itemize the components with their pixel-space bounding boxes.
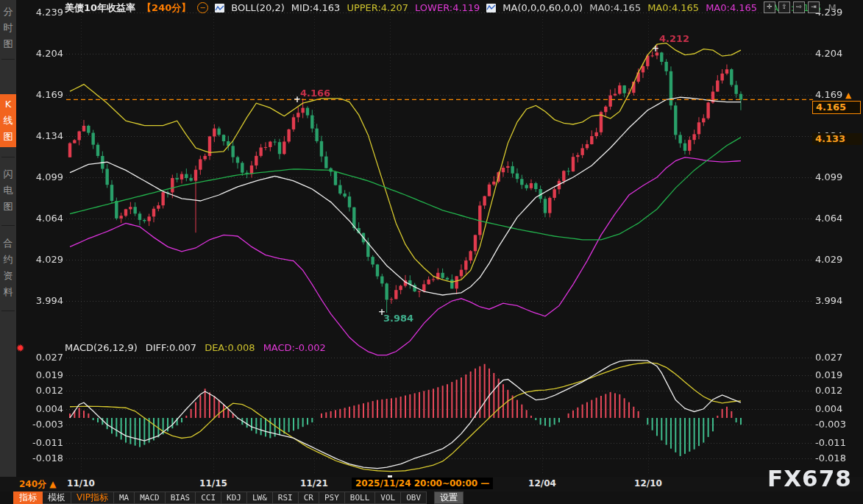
main-y-label-left: 4.064 [25,213,63,224]
watermark: FX678 [767,465,852,491]
indicator-toolbar: 指标模板VIP指标MAMACDBIASCCIKDJLW&RSICRPSYBOLL… [13,491,464,504]
macd-y-label-left: -0.003 [25,419,63,430]
window-controls: ✛⇧⇨⇥ [764,1,820,13]
x-axis-date: 11/15 [199,478,227,489]
toolbar-button-CR[interactable]: CR [299,491,319,504]
macd-y-label-right: 0.012 [815,385,853,396]
macd-y-label-left: 0.004 [25,403,63,414]
macd-y-label-right: -0.018 [815,452,853,464]
crosshair-marker-icon: + [378,308,386,316]
macd-y-label-right: -0.011 [815,437,853,448]
macd-macd-value: MACD:-0.002 [263,342,326,353]
period-selector[interactable]: 240分 ▲ [19,478,56,491]
sidebar-divider [1,225,15,226]
macd-dea-value: DEA:0.008 [205,342,255,353]
boll-mid-value: MID:4.163 [291,2,341,13]
toolbar-button-BOLL[interactable]: BOLL [345,491,376,504]
toolbar-button-LW&[interactable]: LW& [247,491,273,504]
x-axis-row: 240分 ▲ 2025/11/24 20:00~00:00 — 11/1011/… [0,477,863,491]
toolbar-button-CCI[interactable]: CCI [196,491,221,504]
pan-icon[interactable]: ✛ [764,1,775,13]
indicator-header: 美债10年收益率 【240分】 − BOLL(20,2) MID:4.163 U… [65,1,837,14]
sidebar-tab-3[interactable]: 合约资料 [0,235,16,300]
macd-y-label-left: 0.012 [25,385,63,396]
toolbar-button-BIAS[interactable]: BIAS [166,491,196,504]
ma0-yellow-value: MA0:4.165 [647,2,699,13]
instrument-title: 美债10年收益率 [65,1,135,15]
crosshair-marker-icon: + [294,96,301,103]
toolbar-button-OBV[interactable]: OBV [401,491,427,504]
ma60-price-badge: 4.133 [812,133,862,145]
trading-app-window: 分时图K线图闪电图合约资料 美债10年收益率 【240分】 − BOLL(20,… [0,0,863,504]
toolbar-button-RSI[interactable]: RSI [273,491,299,504]
period-label: 【240分】 [142,1,191,15]
sidebar-tab-1[interactable]: K线图 [0,94,16,147]
sidebar: 分时图K线图闪电图合约资料 [0,0,16,477]
macd-y-label-left: -0.011 [25,437,63,448]
macd-header: MACD(26,12,9) DIFF:0.007 DEA:0.008 MACD:… [65,342,326,353]
sidebar-tab-0[interactable]: 分时图 [0,4,16,52]
toolbar-button-MACD[interactable]: MACD [135,491,166,504]
toolbar-button-指标[interactable]: 指标 [13,491,43,504]
macd-y-label-right: 0.019 [815,369,853,380]
ma0-white-value: MA0:4.165 [589,2,641,13]
price-up-arrow-icon: ▲ [845,90,851,100]
x-axis-date: 12/04 [528,478,556,489]
macd-y-label-right: -0.003 [815,419,853,430]
sidebar-divider [1,310,15,311]
main-y-label-left: 4.169 [25,89,63,100]
ma0-magenta-value: MA0:4.165 [706,2,757,13]
toolbar-button-设置[interactable]: 设置 [434,491,464,504]
ma-label: MA(0,0,0,60,0,0) [502,2,583,13]
macd-diff-value: DIFF:0.007 [146,342,196,353]
low-annotation: 3.984 [383,313,413,324]
boll-upper-value: UPPER:4.207 [347,2,408,13]
x-axis-date: 11/10 [67,478,95,489]
x-axis-date: 12/10 [634,478,662,489]
snap-right-icon[interactable]: ⇥ [808,1,820,13]
main-y-label-left: 4.134 [25,130,63,141]
current-price-badge: 4.165 [812,101,861,114]
ma-icon [486,4,496,13]
main-y-label-right: 4.204 [815,48,853,59]
boll-icon [215,4,224,13]
main-y-label-right: 4.064 [815,213,853,224]
ma-suffix: M [828,2,836,13]
crosshair-marker-icon: + [652,45,659,52]
toolbar-button-KDJ[interactable]: KDJ [221,491,247,504]
scale-horizontal-icon[interactable]: ⇨ [793,1,805,13]
sidebar-divider [1,157,15,157]
toolbar-button-MA[interactable]: MA [114,491,135,504]
sidebar-divider [1,59,15,60]
macd-y-label-right: 0.027 [815,352,853,363]
macd-y-label-left: -0.018 [25,452,63,464]
toolbar-button-VIP指标[interactable]: VIP指标 [71,491,114,504]
collapse-indicator-icon[interactable]: − [197,2,208,13]
kline-chart-canvas[interactable] [0,0,863,504]
crosshair-tick [388,475,392,478]
main-y-label-left: 4.099 [25,171,63,182]
boll-lower-value: LOWER:4.119 [415,2,480,13]
main-y-label-right: 4.029 [815,254,853,265]
toolbar-button-模板[interactable]: 模板 [43,491,71,504]
indicator-alert-icon[interactable]: ✹ [15,343,26,354]
sidebar-tab-2[interactable]: 闪电图 [0,166,16,215]
main-y-label-left: 4.029 [25,254,63,265]
main-y-label-left: 4.204 [25,48,63,59]
macd-label: MACD(26,12,9) [65,342,138,353]
main-y-label-left: 3.994 [25,295,63,306]
toolbar-button-VOL[interactable]: VOL [375,491,401,504]
main-y-label-left: 4.239 [25,7,63,18]
x-axis-date: 11/21 [300,478,328,489]
boll-label: BOLL(20,2) [231,2,285,13]
main-y-label-right: 3.994 [815,295,853,306]
main-y-label-right: 4.099 [815,171,853,182]
macd-y-label-left: 0.019 [25,369,63,380]
toolbar-button-PSY[interactable]: PSY [319,491,345,504]
swing-high-annotation: 4.166 [300,88,330,99]
high-annotation: 4.212 [659,33,689,44]
scale-vertical-icon[interactable]: ⇧ [778,1,790,13]
macd-y-label-right: 0.004 [815,403,853,414]
macd-y-label-left: 0.027 [25,352,63,363]
selected-candle-timestamp[interactable]: 2025/11/24 20:00~00:00 — [352,478,493,489]
